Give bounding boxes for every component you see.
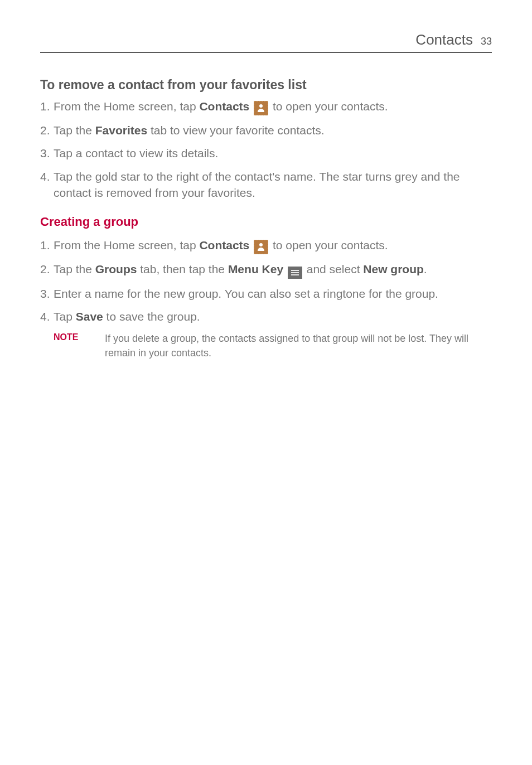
step-number: 3. <box>40 145 54 161</box>
step-item: 4. Tap the gold star to the right of the… <box>40 168 492 201</box>
step-text: From the Home screen, tap Contacts to op… <box>54 237 492 254</box>
bold-save: Save <box>76 310 103 323</box>
step-item: 3. Enter a name for the new group. You c… <box>40 285 492 302</box>
note-label: NOTE <box>54 331 105 360</box>
step-text: From the Home screen, tap Contacts to op… <box>54 98 492 115</box>
header-section-title: Contacts <box>415 31 473 49</box>
section-heading-creating-group: Creating a group <box>40 215 492 229</box>
step-item: 4. Tap Save to save the group. <box>40 308 492 325</box>
bold-contacts: Contacts <box>199 239 249 251</box>
step-item: 2. Tap the Favorites tab to view your fa… <box>40 122 492 138</box>
step-text: Tap the gold star to the right of the co… <box>54 168 492 201</box>
header-page-number: 33 <box>481 36 492 49</box>
step-text: Enter a name for the new group. You can … <box>54 285 492 302</box>
note-text: If you delete a group, the contacts assi… <box>105 331 492 360</box>
step-item: 3. Tap a contact to view its details. <box>40 145 492 161</box>
manual-page: Contacts 33 To remove a contact from you… <box>0 0 532 401</box>
step-item: 1. From the Home screen, tap Contacts to… <box>40 98 492 115</box>
step-number: 1. <box>40 98 54 115</box>
bold-menu-key: Menu Key <box>228 263 283 275</box>
contacts-icon <box>254 101 268 115</box>
step-number: 4. <box>40 308 54 325</box>
bold-new-group: New group <box>363 263 424 275</box>
bold-groups: Groups <box>95 263 137 275</box>
menu-key-icon <box>288 267 302 279</box>
step-number: 2. <box>40 261 54 279</box>
note-block: NOTE If you delete a group, the contacts… <box>40 331 492 360</box>
step-number: 3. <box>40 285 54 302</box>
step-item: 2. Tap the Groups tab, then tap the Menu… <box>40 261 492 279</box>
bold-favorites: Favorites <box>95 124 147 137</box>
step-text: Tap the Groups tab, then tap the Menu Ke… <box>54 261 492 279</box>
step-text: Tap Save to save the group. <box>54 308 492 325</box>
step-number: 4. <box>40 168 54 201</box>
contacts-icon <box>254 240 268 254</box>
step-text: Tap the Favorites tab to view your favor… <box>54 122 492 138</box>
page-header: Contacts 33 <box>40 31 492 53</box>
step-number: 2. <box>40 122 54 138</box>
step-text: Tap a contact to view its details. <box>54 145 492 161</box>
step-number: 1. <box>40 237 54 254</box>
bold-contacts: Contacts <box>199 100 249 113</box>
subheading-remove-favorite: To remove a contact from your favorites … <box>40 78 492 93</box>
step-item: 1. From the Home screen, tap Contacts to… <box>40 237 492 254</box>
